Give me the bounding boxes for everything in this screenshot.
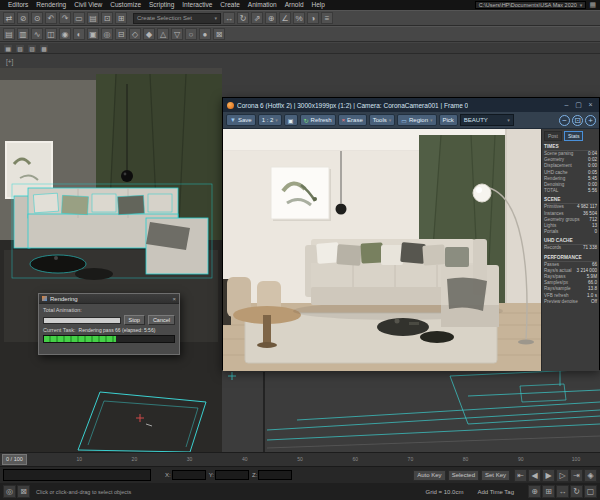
orbit-icon[interactable]: ↻ xyxy=(570,485,583,498)
vfb-zoom-out-icon[interactable]: − xyxy=(559,115,570,126)
vfb-erase-button[interactable]: × Erase xyxy=(338,114,367,126)
ribbon-selection-icon[interactable]: ▨ xyxy=(27,44,37,53)
menu-item-editors[interactable]: Editors xyxy=(4,0,32,10)
mirror-icon[interactable]: ◑ xyxy=(307,12,319,24)
close-icon[interactable]: × xyxy=(172,296,176,302)
toolbar-icon[interactable]: ○ xyxy=(185,28,197,40)
coordinate-input-z[interactable] xyxy=(258,470,292,480)
selection-lock-icon[interactable]: ⊠ xyxy=(17,485,30,498)
previous-frame-icon[interactable]: ◀ xyxy=(528,469,541,482)
material-editor-icon[interactable]: ◉ xyxy=(59,28,71,40)
menu-item-arnold[interactable]: Arnold xyxy=(281,0,308,10)
auto-key-button[interactable]: Auto Key xyxy=(413,470,445,481)
toolbar-icon[interactable]: ● xyxy=(199,28,211,40)
percent-snap-icon[interactable]: % xyxy=(293,12,305,24)
isolate-selection-icon[interactable]: ◎ xyxy=(3,485,16,498)
vfb-zoom-in-icon[interactable]: + xyxy=(585,115,596,126)
vfb-tab-stats[interactable]: Stats xyxy=(564,131,583,141)
toolbar-icon[interactable]: ◇ xyxy=(129,28,141,40)
menu-item-create[interactable]: Create xyxy=(216,0,244,10)
go-to-end-icon[interactable]: ⇥ xyxy=(570,469,583,482)
vfb-region-dropdown[interactable]: ▭ Region ▾ xyxy=(397,114,436,126)
stats-section-title: SCENE xyxy=(544,197,597,204)
play-icon[interactable]: ▶ xyxy=(542,469,555,482)
ribbon-freeform-icon[interactable]: ▧ xyxy=(15,44,25,53)
menu-item-help[interactable]: Help xyxy=(308,0,329,10)
workspace-icon[interactable]: ▦ xyxy=(589,1,596,9)
vfb-tab-post[interactable]: Post xyxy=(544,131,562,141)
go-to-start-icon[interactable]: ⇤ xyxy=(514,469,527,482)
select-and-move-icon[interactable]: ↔ xyxy=(223,12,235,24)
cancel-button[interactable]: Cancel xyxy=(148,315,175,325)
vfb-tools-dropdown[interactable]: Tools ▾ xyxy=(369,114,396,126)
toolbar-icon[interactable]: ⊠ xyxy=(213,28,225,40)
pan-icon[interactable]: ↔ xyxy=(556,485,569,498)
render-element-dropdown[interactable]: BEAUTY ▾ xyxy=(460,114,514,126)
maxscript-mini-listener[interactable] xyxy=(3,469,151,481)
coordinate-input-y[interactable] xyxy=(215,470,249,480)
select-and-link-icon[interactable]: ⇄ xyxy=(3,12,15,24)
angle-snap-icon[interactable]: ∠ xyxy=(279,12,291,24)
layer-manager-icon[interactable]: ▤ xyxy=(3,28,15,40)
select-object-icon[interactable]: ▭ xyxy=(73,12,85,24)
ribbon-object-paint-icon[interactable]: ▩ xyxy=(39,44,49,53)
next-frame-icon[interactable]: ▷ xyxy=(556,469,569,482)
toolbar-icon[interactable]: △ xyxy=(157,28,169,40)
key-filter-dropdown[interactable]: Selected xyxy=(448,470,479,481)
unlink-selection-icon[interactable]: ⊘ xyxy=(17,12,29,24)
vfb-copy-button[interactable]: ▣ xyxy=(284,114,298,126)
zoom-icon[interactable]: ⊕ xyxy=(528,485,541,498)
zoom-extents-icon[interactable]: ⊞ xyxy=(542,485,555,498)
time-slider[interactable]: 0 / 100 0102030405060708090100 xyxy=(0,452,600,466)
ribbon-modeling-icon[interactable]: ▦ xyxy=(3,44,13,53)
vfb-refresh-button[interactable]: ↻ Refresh xyxy=(300,114,336,126)
rendered-frame-window-icon[interactable]: ▣ xyxy=(87,28,99,40)
menu-item-rendering[interactable]: Rendering xyxy=(32,0,70,10)
named-selection-set-combo[interactable]: Create Selection Set ▾ xyxy=(133,13,221,24)
add-time-tag[interactable]: Add Time Tag xyxy=(477,489,514,495)
render-image xyxy=(223,129,541,371)
vfb-save-button[interactable]: ▼ Save xyxy=(226,114,256,126)
current-task-value: Rendering pass 66 (elapsed: 5:56) xyxy=(79,327,156,333)
redo-icon[interactable]: ↷ xyxy=(59,12,71,24)
align-icon[interactable]: ≡ xyxy=(321,12,333,24)
time-slider-handle[interactable]: 0 / 100 xyxy=(2,454,27,465)
curve-editor-icon[interactable]: ∿ xyxy=(31,28,43,40)
viewport-menu-label[interactable]: [+] xyxy=(6,58,13,65)
bind-to-space-warp-icon[interactable]: ⊙ xyxy=(31,12,43,24)
vfb-close-button[interactable]: × xyxy=(586,101,595,109)
menu-item-animation[interactable]: Animation xyxy=(244,0,281,10)
window-crossing-icon[interactable]: ⊞ xyxy=(115,12,127,24)
selection-region-icon[interactable]: ⊡ xyxy=(101,12,113,24)
toolbar-icon[interactable]: ▽ xyxy=(171,28,183,40)
toolbar-icon[interactable]: ⊟ xyxy=(115,28,127,40)
menu-item-civil-view[interactable]: Civil View xyxy=(70,0,106,10)
vfb-title-bar[interactable]: Corona 6 (Hotfix 2) | 3000x1999px (1:2) … xyxy=(223,98,599,112)
menu-item-customize[interactable]: Customize xyxy=(106,0,145,10)
render-setup-icon[interactable]: ◐ xyxy=(73,28,85,40)
undo-icon[interactable]: ↶ xyxy=(45,12,57,24)
maximize-viewport-icon[interactable]: ▢ xyxy=(584,485,597,498)
select-and-rotate-icon[interactable]: ↻ xyxy=(237,12,249,24)
vfb-maximize-button[interactable]: ▢ xyxy=(574,101,583,109)
schematic-view-icon[interactable]: ◫ xyxy=(45,28,57,40)
vfb-minimize-button[interactable]: – xyxy=(562,101,571,109)
menu-item-interactive[interactable]: Interactive xyxy=(178,0,216,10)
scene-explorer-icon[interactable]: ▥ xyxy=(17,28,29,40)
timeline-tick: 80 xyxy=(463,456,469,462)
select-by-name-icon[interactable]: ▤ xyxy=(87,12,99,24)
snap-toggle-icon[interactable]: ⊕ xyxy=(265,12,277,24)
stop-button[interactable]: Stop xyxy=(124,315,145,325)
vfb-zoom-reset-icon[interactable]: ⊡ xyxy=(572,115,583,126)
render-production-icon[interactable]: ◎ xyxy=(101,28,113,40)
menu-item-scripting[interactable]: Scripting xyxy=(145,0,178,10)
set-key-button[interactable]: Set Key xyxy=(481,470,510,481)
select-and-scale-icon[interactable]: ⇗ xyxy=(251,12,263,24)
project-path-dropdown[interactable]: C:\Users\HP\Documents\USA Max 2020 ▾ xyxy=(475,1,587,9)
key-mode-icon[interactable]: ◈ xyxy=(584,469,597,482)
progress-title-bar[interactable]: Rendering × xyxy=(39,294,179,304)
coordinate-input-x[interactable] xyxy=(172,470,206,480)
vfb-pick-button[interactable]: Pick xyxy=(439,114,458,126)
vfb-downscale-dropdown[interactable]: 1 : 2 ▾ xyxy=(258,114,282,126)
toolbar-icon[interactable]: ◆ xyxy=(143,28,155,40)
